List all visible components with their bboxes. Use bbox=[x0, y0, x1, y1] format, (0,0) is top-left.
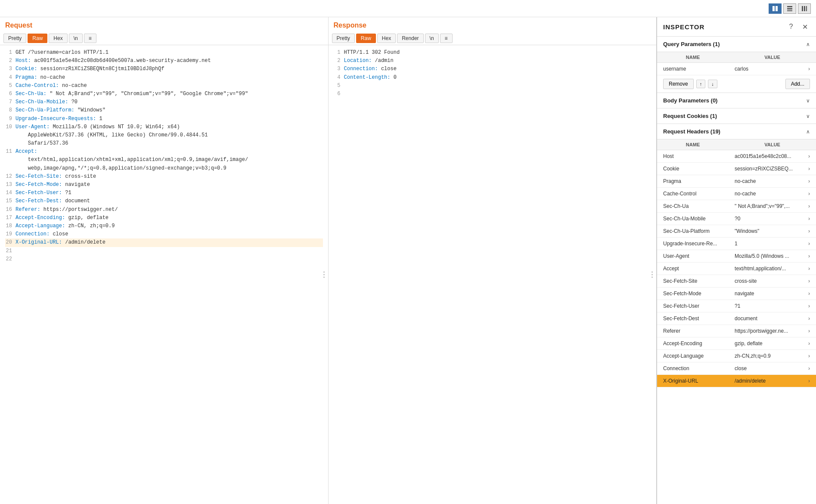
tab-response-pretty[interactable]: Pretty bbox=[332, 34, 355, 43]
header-row-value: /admin/delete bbox=[735, 378, 766, 384]
chevron-right-icon: › bbox=[808, 166, 810, 172]
header-row[interactable]: Sec-Ch-Ua-Platform"Windows"› bbox=[657, 225, 816, 238]
chevron-right-icon: › bbox=[808, 266, 810, 272]
chevron-right-icon: › bbox=[808, 328, 810, 334]
tab-request-raw[interactable]: Raw bbox=[28, 34, 47, 43]
header-row[interactable]: Sec-Fetch-Modenavigate› bbox=[657, 288, 816, 300]
code-line: 17 Accept-Encoding: gzip, deflate bbox=[5, 214, 323, 222]
remove-query-param-btn[interactable]: Remove bbox=[663, 79, 694, 89]
header-row[interactable]: Cache-Controlno-cache› bbox=[657, 188, 816, 200]
query-params-actions: Remove ↑ ↓ Add... bbox=[657, 75, 816, 93]
code-line: 22 bbox=[5, 255, 323, 263]
body-params-title: Body Parameters (0) bbox=[663, 97, 717, 104]
header-row-name: X-Original-URL bbox=[657, 375, 729, 387]
chevron-down-icon: ∨ bbox=[806, 98, 810, 104]
query-params-table: NAME VALUE username carlos › bbox=[657, 52, 816, 75]
header-row[interactable]: Sec-Ch-Ua" Not A;Brand";v="99",...› bbox=[657, 200, 816, 213]
code-line: 3 Cookie: session=zRiXCiZSBEQNtn8CjtmiI0… bbox=[5, 65, 323, 73]
header-row[interactable]: X-Original-URL/admin/delete› bbox=[657, 375, 816, 387]
tab-response-newline[interactable]: \n bbox=[425, 34, 439, 43]
view-vertical-btn[interactable] bbox=[798, 3, 811, 14]
code-line: 4 Content-Length: 0 bbox=[334, 74, 652, 82]
view-split-btn[interactable] bbox=[769, 3, 782, 14]
header-row-name: Host bbox=[657, 150, 729, 163]
headers-col-name: NAME bbox=[657, 139, 729, 150]
header-row[interactable]: Connectionclose› bbox=[657, 362, 816, 375]
header-row-value: ?0 bbox=[735, 216, 740, 222]
section-query-params-header[interactable]: Query Parameters (1) ∧ bbox=[657, 37, 816, 52]
tab-request-newline[interactable]: \n bbox=[69, 34, 83, 43]
code-line: 18 Accept-Language: zh-CN, zh;q=0.9 bbox=[5, 222, 323, 230]
header-row-value-cell: "Windows"› bbox=[729, 225, 816, 237]
header-row[interactable]: Accept-Languagezh-CN,zh;q=0.9› bbox=[657, 350, 816, 362]
top-toolbar bbox=[0, 0, 816, 17]
header-row[interactable]: Accepttext/html,application/...› bbox=[657, 263, 816, 275]
add-query-param-btn[interactable]: Add... bbox=[785, 79, 810, 89]
header-row-name: User-Agent bbox=[657, 250, 729, 263]
header-row-name: Cookie bbox=[657, 163, 729, 175]
code-line: 10 User-Agent: Mozilla/5.0 (Windows NT 1… bbox=[5, 123, 323, 148]
tab-response-menu[interactable]: ≡ bbox=[440, 34, 453, 43]
chevron-right-icon: › bbox=[808, 291, 810, 297]
close-btn[interactable]: ✕ bbox=[800, 22, 810, 32]
chevron-right-icon: › bbox=[808, 365, 810, 371]
code-line: 6 bbox=[334, 90, 652, 98]
header-row-name: Sec-Fetch-Site bbox=[657, 275, 729, 288]
request-headers-title: Request Headers (19) bbox=[663, 128, 720, 135]
header-row-value: "Windows" bbox=[735, 228, 759, 234]
code-line: 9 Upgrade-Insecure-Requests: 1 bbox=[5, 115, 323, 123]
chevron-down-icon-cookies: ∨ bbox=[806, 113, 810, 119]
chevron-right-icon: › bbox=[808, 253, 810, 259]
svg-rect-7 bbox=[806, 6, 807, 11]
header-row[interactable]: Refererhttps://portswigger.ne...› bbox=[657, 325, 816, 337]
tab-response-raw[interactable]: Raw bbox=[356, 34, 376, 43]
tab-request-menu[interactable]: ≡ bbox=[84, 34, 96, 43]
query-col-value: VALUE bbox=[729, 52, 816, 63]
header-row[interactable]: Sec-Fetch-Sitecross-site› bbox=[657, 275, 816, 288]
tab-request-pretty[interactable]: Pretty bbox=[3, 34, 26, 43]
help-btn[interactable]: ? bbox=[786, 22, 796, 32]
header-row-name: Sec-Ch-Ua-Platform bbox=[657, 225, 729, 238]
code-line: 4 Pragma: no-cache bbox=[5, 74, 323, 82]
header-row[interactable]: Pragmano-cache› bbox=[657, 175, 816, 188]
move-up-btn[interactable]: ↑ bbox=[696, 80, 706, 88]
header-row-value: https://portswigger.ne... bbox=[735, 328, 788, 334]
header-row[interactable]: Sec-Fetch-Destdocument› bbox=[657, 312, 816, 325]
code-line: 1 GET /?username=carlos HTTP/1.1 bbox=[5, 49, 323, 57]
query-param-row[interactable]: username carlos › bbox=[657, 63, 816, 75]
request-cookies-title: Request Cookies (1) bbox=[663, 113, 717, 119]
header-row[interactable]: Upgrade-Insecure-Re...1› bbox=[657, 238, 816, 250]
header-row[interactable]: Cookiesession=zRiXCiZSBEQ...› bbox=[657, 163, 816, 175]
header-row-name: Accept-Encoding bbox=[657, 337, 729, 350]
header-row-value-cell: document› bbox=[729, 312, 816, 325]
header-row-value-cell: ?1› bbox=[729, 300, 816, 312]
response-code-area[interactable]: 1 HTTP/1.1 302 Found 2 Location: /admin … bbox=[329, 45, 657, 504]
section-request-headers-header[interactable]: Request Headers (19) ∧ bbox=[657, 124, 816, 139]
tab-request-hex[interactable]: Hex bbox=[49, 34, 67, 43]
header-row-value: document bbox=[735, 315, 757, 322]
code-line: 16 Referer: https://portswigger.net/ bbox=[5, 206, 323, 214]
svg-rect-4 bbox=[787, 10, 792, 11]
header-row[interactable]: User-AgentMozilla/5.0 (Windows ...› bbox=[657, 250, 816, 263]
header-row[interactable]: Sec-Ch-Ua-Mobile?0› bbox=[657, 213, 816, 225]
section-request-cookies-header[interactable]: Request Cookies (1) ∨ bbox=[657, 108, 816, 124]
header-row[interactable]: Sec-Fetch-User?1› bbox=[657, 300, 816, 312]
header-row[interactable]: Accept-Encodinggzip, deflate› bbox=[657, 337, 816, 350]
code-line: 21 bbox=[5, 247, 323, 255]
header-row-value: gzip, deflate bbox=[735, 340, 763, 346]
chevron-right-icon: › bbox=[808, 315, 810, 322]
header-row-value-cell: no-cache› bbox=[729, 175, 816, 187]
header-row-value: text/html,application/... bbox=[735, 266, 786, 272]
view-horizontal-btn[interactable] bbox=[783, 3, 796, 14]
header-row-name: Sec-Ch-Ua bbox=[657, 200, 729, 213]
header-row-value-cell: " Not A;Brand";v="99",...› bbox=[729, 200, 816, 212]
header-row-value: Mozilla/5.0 (Windows ... bbox=[735, 253, 789, 259]
header-row-value-cell: ac001f5a1e5e48c2c08...› bbox=[729, 150, 816, 162]
move-down-btn[interactable]: ↓ bbox=[708, 80, 717, 88]
header-row-value-cell: https://portswigger.ne...› bbox=[729, 325, 816, 337]
section-body-params-header[interactable]: Body Parameters (0) ∨ bbox=[657, 93, 816, 108]
header-row[interactable]: Hostac001f5a1e5e48c2c08...› bbox=[657, 150, 816, 163]
tab-response-hex[interactable]: Hex bbox=[377, 34, 396, 43]
request-code-area[interactable]: 1 GET /?username=carlos HTTP/1.1 2 Host:… bbox=[0, 45, 328, 504]
tab-response-render[interactable]: Render bbox=[397, 34, 423, 43]
